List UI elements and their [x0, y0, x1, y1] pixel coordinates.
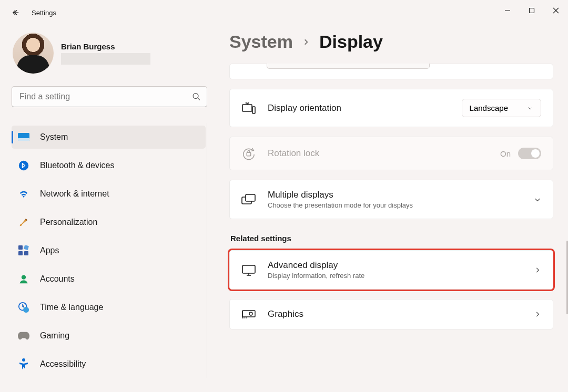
svg-rect-8 — [24, 251, 28, 255]
system-icon — [18, 131, 29, 143]
svg-rect-7 — [18, 251, 23, 255]
svg-rect-0 — [530, 8, 534, 13]
chevron-right-icon — [302, 38, 310, 46]
svg-rect-5 — [18, 245, 23, 250]
maximize-button[interactable] — [520, 0, 544, 21]
chevron-down-icon — [527, 105, 533, 111]
sidebar-item-network[interactable]: Network & internet — [12, 182, 206, 205]
sidebar-item-label: Gaming — [40, 331, 69, 341]
card-title: Rotation lock — [268, 148, 489, 159]
breadcrumb-current: Display — [319, 32, 383, 52]
orientation-select[interactable]: Landscape — [462, 99, 541, 117]
chevron-right-icon — [534, 266, 541, 274]
card-title: Advanced display — [268, 260, 522, 271]
accessibility-icon — [18, 358, 29, 370]
sidebar-item-label: Apps — [40, 246, 59, 255]
sidebar-item-label: Time & language — [40, 303, 103, 312]
orientation-icon — [241, 102, 256, 114]
card-title: Multiple displays — [268, 190, 522, 200]
svg-point-11 — [23, 307, 29, 313]
sidebar-item-personalization[interactable]: Personalization — [12, 211, 206, 234]
svg-rect-17 — [247, 152, 250, 156]
sidebar-item-label: System — [40, 132, 68, 142]
card-cut-off — [229, 64, 553, 79]
svg-rect-3 — [18, 138, 29, 141]
sidebar-item-accounts[interactable]: Accounts — [12, 267, 206, 291]
svg-rect-21 — [242, 311, 255, 317]
card-display-orientation[interactable]: Display orientation Landscape — [229, 89, 553, 127]
svg-point-9 — [22, 275, 26, 280]
close-button[interactable] — [544, 0, 568, 21]
svg-rect-16 — [252, 107, 255, 114]
dropdown-fragment[interactable] — [267, 64, 430, 69]
rotation-lock-icon — [241, 147, 256, 160]
sidebar-item-system[interactable]: System — [12, 126, 206, 149]
svg-rect-13 — [242, 105, 252, 111]
sidebar-item-accessibility[interactable]: Accessibility — [12, 353, 206, 376]
sidebar-item-apps[interactable]: Apps — [12, 239, 206, 262]
search-input[interactable] — [12, 86, 207, 107]
svg-rect-20 — [242, 265, 255, 273]
apps-icon — [18, 245, 29, 256]
svg-point-14 — [246, 102, 246, 103]
minimize-icon — [504, 7, 511, 14]
graphics-card-icon — [241, 309, 256, 319]
sidebar-item-label: Bluetooth & devices — [40, 161, 114, 170]
card-title: Display orientation — [268, 103, 450, 114]
chevron-right-icon — [534, 311, 541, 318]
card-advanced-display[interactable]: Advanced display Display information, re… — [229, 250, 553, 290]
app-title: Settings — [32, 9, 56, 17]
rotation-lock-toggle — [518, 148, 541, 159]
close-icon — [553, 7, 559, 14]
card-rotation-lock: Rotation lock On — [229, 137, 553, 170]
svg-rect-6 — [24, 245, 29, 250]
profile-subline-redacted — [61, 53, 150, 65]
sidebar-item-label: Personalization — [40, 218, 97, 227]
bluetooth-icon — [18, 160, 29, 171]
search-icon — [192, 92, 201, 101]
card-title: Graphics — [268, 309, 522, 319]
clock-globe-icon — [18, 302, 29, 313]
breadcrumb: System Display — [229, 32, 553, 52]
profile-block[interactable]: Brian Burgess — [12, 33, 207, 74]
sidebar-nav: System Bluetooth & devices Network & int… — [12, 123, 207, 378]
wifi-icon — [18, 188, 29, 200]
monitor-icon — [241, 264, 256, 276]
select-value: Landscape — [470, 104, 508, 112]
card-subtitle: Display information, refresh rate — [268, 272, 522, 280]
card-subtitle: Choose the presentation mode for your di… — [268, 201, 522, 209]
chevron-down-icon — [534, 196, 541, 203]
sidebar-item-label: Network & internet — [40, 189, 109, 199]
sidebar-item-label: Accessibility — [40, 359, 86, 369]
svg-point-4 — [19, 161, 28, 170]
accounts-icon — [18, 273, 29, 285]
maximize-icon — [529, 7, 535, 14]
minimize-button[interactable] — [495, 0, 520, 21]
card-graphics[interactable]: Graphics — [229, 299, 553, 329]
profile-name: Brian Burgess — [61, 42, 150, 51]
sidebar-item-gaming[interactable]: Gaming — [12, 324, 206, 347]
sidebar-item-label: Accounts — [40, 274, 75, 284]
toggle-state-label: On — [500, 149, 511, 158]
multiple-displays-icon — [241, 194, 256, 205]
paintbrush-icon — [18, 216, 29, 228]
avatar — [13, 33, 54, 74]
svg-point-12 — [22, 358, 25, 362]
svg-rect-19 — [246, 194, 255, 201]
card-multiple-displays[interactable]: Multiple displays Choose the presentatio… — [229, 180, 553, 219]
gamepad-icon — [18, 330, 29, 342]
svg-point-22 — [249, 312, 252, 315]
section-related: Related settings — [230, 234, 553, 243]
breadcrumb-parent[interactable]: System — [229, 32, 293, 52]
sidebar-item-bluetooth[interactable]: Bluetooth & devices — [12, 154, 206, 177]
back-button[interactable] — [5, 2, 26, 23]
sidebar-item-time-language[interactable]: Time & language — [12, 296, 206, 319]
svg-point-15 — [248, 102, 248, 103]
svg-point-1 — [193, 94, 198, 99]
